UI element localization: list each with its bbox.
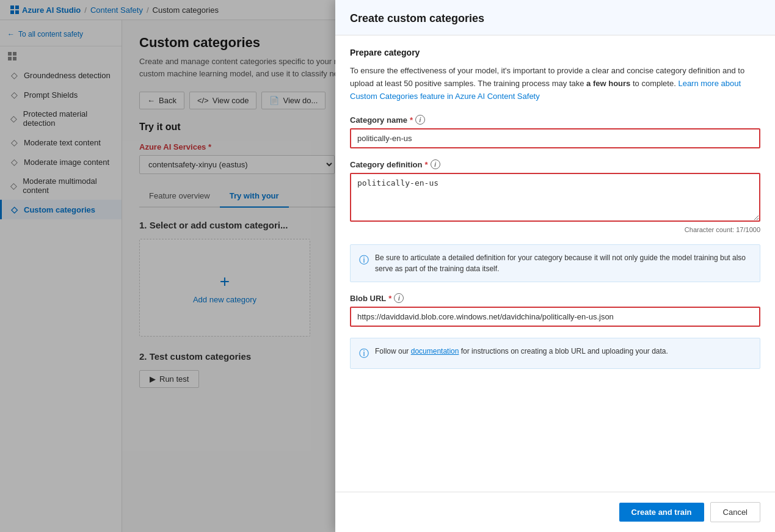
definition-info-box: ⓘ Be sure to articulate a detailed defin… bbox=[350, 244, 760, 282]
create-and-train-button[interactable]: Create and train bbox=[619, 503, 704, 522]
doc-info-icon: ⓘ bbox=[359, 346, 369, 361]
blob-url-info-icon[interactable]: i bbox=[394, 293, 404, 303]
category-name-input[interactable] bbox=[350, 128, 760, 148]
modal-overlay[interactable]: Create custom categories Prepare categor… bbox=[0, 0, 775, 532]
category-definition-label: Category definition * i bbox=[350, 159, 760, 169]
doc-info-text: Follow our documentation for instruction… bbox=[375, 346, 668, 361]
info-box-text: Be sure to articulate a detailed definit… bbox=[375, 252, 751, 274]
blob-url-label: Blob URL * i bbox=[350, 293, 760, 303]
modal-title: Create custom categories bbox=[350, 12, 760, 25]
modal-body: Prepare category To ensure the effective… bbox=[335, 35, 775, 492]
category-name-group: Category name * i bbox=[350, 115, 760, 148]
category-name-label: Category name * i bbox=[350, 115, 760, 125]
blob-url-group: Blob URL * i bbox=[350, 293, 760, 327]
doc-info-box: ⓘ Follow our documentation for instructi… bbox=[350, 338, 760, 369]
prepare-category-description: To ensure the effectiveness of your mode… bbox=[350, 65, 760, 103]
category-definition-textarea[interactable] bbox=[350, 173, 760, 222]
documentation-link[interactable]: documentation bbox=[411, 347, 459, 355]
category-definition-group: Category definition * i Character count:… bbox=[350, 159, 760, 233]
modal-footer: Create and train Cancel bbox=[335, 492, 775, 532]
blob-url-input[interactable] bbox=[350, 307, 760, 327]
category-def-info-icon[interactable]: i bbox=[431, 159, 440, 169]
category-name-info-icon[interactable]: i bbox=[415, 115, 425, 125]
prepare-category-title: Prepare category bbox=[350, 48, 760, 57]
modal-header: Create custom categories bbox=[335, 0, 775, 35]
info-box-icon: ⓘ bbox=[359, 253, 369, 274]
modal-create-categories: Create custom categories Prepare categor… bbox=[335, 0, 775, 532]
char-count: Character count: 17/1000 bbox=[350, 226, 760, 233]
cancel-button[interactable]: Cancel bbox=[710, 502, 760, 522]
